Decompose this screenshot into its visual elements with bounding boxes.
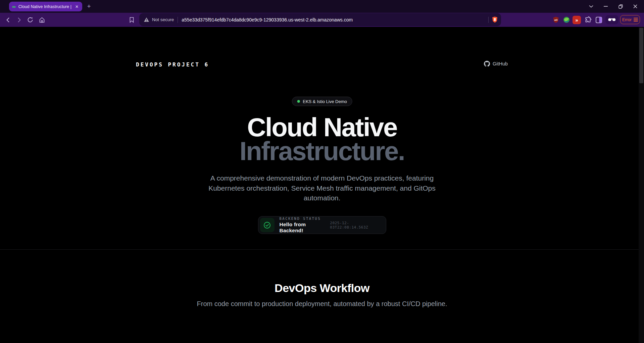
bookmark-icon[interactable]	[128, 16, 136, 24]
browser-tab[interactable]: ∞ Cloud Native Infrastructure | Hin ✕	[9, 2, 82, 11]
github-link[interactable]: GitHub	[484, 61, 508, 67]
status-label: BACKEND STATUS	[280, 216, 325, 220]
check-circle-icon	[263, 222, 271, 229]
description-line: A comprehensive demonstration of modern …	[0, 173, 644, 183]
page-title: Cloud Native Infrastructure.	[0, 115, 644, 163]
title-line-2: Infrastructure.	[0, 139, 644, 163]
status-timestamp: 2025-12-03T22:08:14.563Z	[330, 221, 380, 230]
address-divider-right	[488, 17, 489, 23]
error-badge: Error	[622, 17, 632, 22]
section-divider	[0, 249, 644, 250]
hero-description: A comprehensive demonstration of modern …	[0, 173, 644, 203]
backend-status-card: BACKEND STATUS Hello from Backend! 2025-…	[258, 216, 386, 234]
address-bar[interactable]: Not secure a55e33d375f914efdb7c4da8dc90e…	[139, 13, 501, 26]
description-line: automation.	[0, 193, 644, 203]
home-icon[interactable]	[38, 16, 46, 24]
url-text[interactable]: a55e33d375f914efdb7c4da8dc90e9c9-1290339…	[182, 17, 485, 22]
window-controls	[584, 0, 643, 13]
svg-text:uO: uO	[554, 19, 557, 21]
browser-window: ∞ Cloud Native Infrastructure | Hin ✕ +	[0, 0, 644, 343]
security-status-label[interactable]: Not secure	[152, 17, 174, 22]
ublock-extension-icon[interactable]: uO	[551, 15, 560, 24]
status-dot-icon	[297, 100, 300, 103]
live-demo-badge: EKS & Istio Live Demo	[292, 97, 352, 106]
status-texts: BACKEND STATUS Hello from Backend!	[280, 216, 325, 234]
browser-toolbar: Not secure a55e33d375f914efdb7c4da8dc90e…	[0, 13, 644, 27]
brave-shield-icon[interactable]	[492, 16, 498, 23]
new-tab-button[interactable]: +	[85, 3, 93, 11]
close-window-button[interactable]	[628, 0, 643, 13]
badge-label: EKS & Istio Live Demo	[303, 99, 347, 104]
reload-icon[interactable]	[26, 16, 35, 24]
workflow-section-title: DevOps Workflow	[0, 282, 644, 295]
status-message: Hello from Backend!	[280, 222, 325, 234]
forward-icon[interactable]	[15, 16, 23, 24]
devops-infinity-favicon-icon: ∞	[12, 4, 16, 9]
not-secure-warning-icon	[144, 17, 149, 22]
workflow-section-subtitle: From code commit to production deploymen…	[0, 300, 644, 308]
restore-button[interactable]	[613, 0, 628, 13]
brave-vpn-sunglasses-button[interactable]	[605, 15, 618, 24]
menu-hamburger-icon	[634, 18, 638, 21]
browser-menu-error-button[interactable]: Error	[620, 15, 640, 24]
github-icon	[484, 61, 490, 67]
description-line: Kubernetes orchestration, Service Mesh t…	[0, 183, 644, 193]
back-icon[interactable]	[3, 16, 12, 24]
title-line-1: Cloud Native	[0, 115, 644, 139]
extensions-puzzle-icon[interactable]	[584, 15, 592, 24]
idm-extension-icon[interactable]: »	[573, 16, 581, 24]
site-logo[interactable]: DEVOPS PROJECT 6	[136, 61, 209, 68]
tab-search-chevron-icon[interactable]	[584, 0, 598, 13]
web-page: DEVOPS PROJECT 6 GitHub EKS & Istio Live…	[0, 27, 644, 343]
address-divider	[178, 17, 178, 23]
minimize-button[interactable]	[598, 0, 613, 13]
status-check-tile	[260, 218, 275, 232]
tab-close-icon[interactable]: ✕	[75, 4, 79, 9]
tab-bar: ∞ Cloud Native Infrastructure | Hin ✕ +	[0, 0, 644, 13]
github-label: GitHub	[493, 61, 508, 66]
vertical-scrollbar[interactable]	[639, 27, 644, 343]
tab-title: Cloud Native Infrastructure | Hin	[18, 4, 72, 9]
sidebar-panel-icon[interactable]	[594, 15, 603, 24]
green-globe-extension-icon[interactable]	[562, 15, 571, 24]
scrollbar-thumb[interactable]	[639, 28, 643, 83]
